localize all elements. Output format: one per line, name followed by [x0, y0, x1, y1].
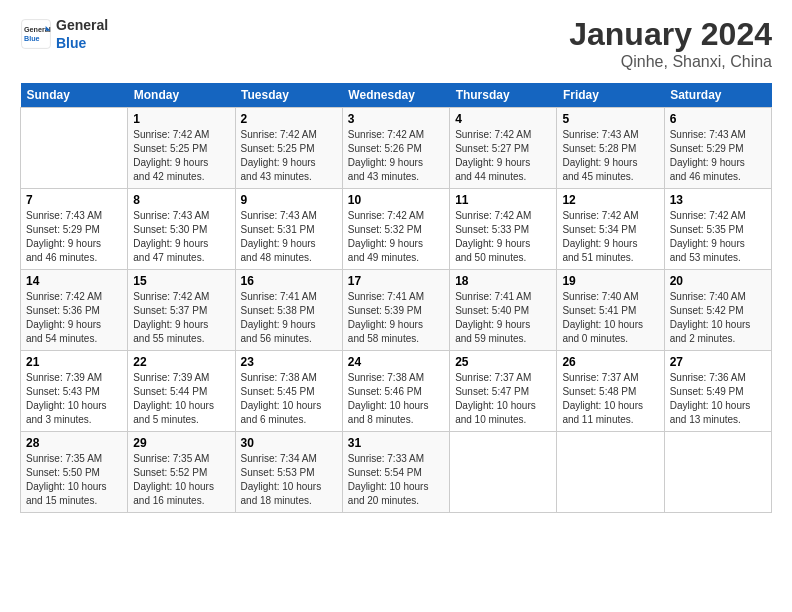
day-number: 9	[241, 193, 337, 207]
day-number: 19	[562, 274, 658, 288]
day-number: 31	[348, 436, 444, 450]
header-row: Sunday Monday Tuesday Wednesday Thursday…	[21, 83, 772, 108]
day-number: 14	[26, 274, 122, 288]
day-info: Sunrise: 7:37 AMSunset: 5:47 PMDaylight:…	[455, 371, 551, 427]
day-info: Sunrise: 7:42 AMSunset: 5:35 PMDaylight:…	[670, 209, 766, 265]
cell-w2-d2: 8Sunrise: 7:43 AMSunset: 5:30 PMDaylight…	[128, 189, 235, 270]
day-info: Sunrise: 7:40 AMSunset: 5:41 PMDaylight:…	[562, 290, 658, 346]
day-number: 30	[241, 436, 337, 450]
day-number: 11	[455, 193, 551, 207]
day-number: 15	[133, 274, 229, 288]
day-info: Sunrise: 7:42 AMSunset: 5:32 PMDaylight:…	[348, 209, 444, 265]
day-number: 25	[455, 355, 551, 369]
cell-w5-d2: 29Sunrise: 7:35 AMSunset: 5:52 PMDayligh…	[128, 432, 235, 513]
day-number: 16	[241, 274, 337, 288]
calendar-body: 1Sunrise: 7:42 AMSunset: 5:25 PMDaylight…	[21, 108, 772, 513]
week-row-1: 1Sunrise: 7:42 AMSunset: 5:25 PMDaylight…	[21, 108, 772, 189]
week-row-3: 14Sunrise: 7:42 AMSunset: 5:36 PMDayligh…	[21, 270, 772, 351]
day-info: Sunrise: 7:42 AMSunset: 5:37 PMDaylight:…	[133, 290, 229, 346]
cell-w3-d3: 16Sunrise: 7:41 AMSunset: 5:38 PMDayligh…	[235, 270, 342, 351]
day-number: 24	[348, 355, 444, 369]
day-number: 20	[670, 274, 766, 288]
day-number: 2	[241, 112, 337, 126]
subtitle: Qinhe, Shanxi, China	[569, 53, 772, 71]
main-title: January 2024	[569, 16, 772, 53]
calendar-header: Sunday Monday Tuesday Wednesday Thursday…	[21, 83, 772, 108]
day-number: 7	[26, 193, 122, 207]
day-info: Sunrise: 7:38 AMSunset: 5:45 PMDaylight:…	[241, 371, 337, 427]
logo-line1: General	[56, 16, 108, 34]
day-number: 12	[562, 193, 658, 207]
cell-w1-d3: 2Sunrise: 7:42 AMSunset: 5:25 PMDaylight…	[235, 108, 342, 189]
cell-w2-d1: 7Sunrise: 7:43 AMSunset: 5:29 PMDaylight…	[21, 189, 128, 270]
day-info: Sunrise: 7:41 AMSunset: 5:38 PMDaylight:…	[241, 290, 337, 346]
day-info: Sunrise: 7:42 AMSunset: 5:34 PMDaylight:…	[562, 209, 658, 265]
col-monday: Monday	[128, 83, 235, 108]
day-info: Sunrise: 7:41 AMSunset: 5:40 PMDaylight:…	[455, 290, 551, 346]
day-info: Sunrise: 7:36 AMSunset: 5:49 PMDaylight:…	[670, 371, 766, 427]
day-info: Sunrise: 7:42 AMSunset: 5:36 PMDaylight:…	[26, 290, 122, 346]
cell-w4-d3: 23Sunrise: 7:38 AMSunset: 5:45 PMDayligh…	[235, 351, 342, 432]
cell-w4-d4: 24Sunrise: 7:38 AMSunset: 5:46 PMDayligh…	[342, 351, 449, 432]
week-row-4: 21Sunrise: 7:39 AMSunset: 5:43 PMDayligh…	[21, 351, 772, 432]
day-number: 23	[241, 355, 337, 369]
cell-w2-d7: 13Sunrise: 7:42 AMSunset: 5:35 PMDayligh…	[664, 189, 771, 270]
cell-w1-d1	[21, 108, 128, 189]
cell-w5-d4: 31Sunrise: 7:33 AMSunset: 5:54 PMDayligh…	[342, 432, 449, 513]
day-number: 1	[133, 112, 229, 126]
cell-w5-d7	[664, 432, 771, 513]
day-info: Sunrise: 7:42 AMSunset: 5:27 PMDaylight:…	[455, 128, 551, 184]
svg-text:Blue: Blue	[24, 34, 40, 43]
col-saturday: Saturday	[664, 83, 771, 108]
day-number: 18	[455, 274, 551, 288]
day-info: Sunrise: 7:43 AMSunset: 5:28 PMDaylight:…	[562, 128, 658, 184]
day-info: Sunrise: 7:43 AMSunset: 5:30 PMDaylight:…	[133, 209, 229, 265]
day-info: Sunrise: 7:43 AMSunset: 5:31 PMDaylight:…	[241, 209, 337, 265]
cell-w2-d3: 9Sunrise: 7:43 AMSunset: 5:31 PMDaylight…	[235, 189, 342, 270]
day-number: 29	[133, 436, 229, 450]
cell-w4-d7: 27Sunrise: 7:36 AMSunset: 5:49 PMDayligh…	[664, 351, 771, 432]
day-number: 8	[133, 193, 229, 207]
cell-w3-d5: 18Sunrise: 7:41 AMSunset: 5:40 PMDayligh…	[450, 270, 557, 351]
day-number: 26	[562, 355, 658, 369]
col-thursday: Thursday	[450, 83, 557, 108]
day-info: Sunrise: 7:34 AMSunset: 5:53 PMDaylight:…	[241, 452, 337, 508]
cell-w3-d6: 19Sunrise: 7:40 AMSunset: 5:41 PMDayligh…	[557, 270, 664, 351]
cell-w2-d6: 12Sunrise: 7:42 AMSunset: 5:34 PMDayligh…	[557, 189, 664, 270]
day-number: 28	[26, 436, 122, 450]
col-sunday: Sunday	[21, 83, 128, 108]
cell-w5-d6	[557, 432, 664, 513]
page-container: General Blue General Blue January 2024 Q…	[0, 0, 792, 523]
day-info: Sunrise: 7:43 AMSunset: 5:29 PMDaylight:…	[670, 128, 766, 184]
logo: General Blue General Blue	[20, 16, 108, 52]
day-info: Sunrise: 7:43 AMSunset: 5:29 PMDaylight:…	[26, 209, 122, 265]
day-info: Sunrise: 7:42 AMSunset: 5:33 PMDaylight:…	[455, 209, 551, 265]
day-number: 13	[670, 193, 766, 207]
cell-w3-d7: 20Sunrise: 7:40 AMSunset: 5:42 PMDayligh…	[664, 270, 771, 351]
cell-w5-d5	[450, 432, 557, 513]
day-number: 10	[348, 193, 444, 207]
day-number: 27	[670, 355, 766, 369]
day-info: Sunrise: 7:41 AMSunset: 5:39 PMDaylight:…	[348, 290, 444, 346]
cell-w4-d1: 21Sunrise: 7:39 AMSunset: 5:43 PMDayligh…	[21, 351, 128, 432]
day-info: Sunrise: 7:39 AMSunset: 5:44 PMDaylight:…	[133, 371, 229, 427]
day-info: Sunrise: 7:33 AMSunset: 5:54 PMDaylight:…	[348, 452, 444, 508]
cell-w1-d5: 4Sunrise: 7:42 AMSunset: 5:27 PMDaylight…	[450, 108, 557, 189]
col-tuesday: Tuesday	[235, 83, 342, 108]
day-info: Sunrise: 7:42 AMSunset: 5:26 PMDaylight:…	[348, 128, 444, 184]
day-number: 21	[26, 355, 122, 369]
cell-w2-d5: 11Sunrise: 7:42 AMSunset: 5:33 PMDayligh…	[450, 189, 557, 270]
day-number: 4	[455, 112, 551, 126]
cell-w2-d4: 10Sunrise: 7:42 AMSunset: 5:32 PMDayligh…	[342, 189, 449, 270]
day-info: Sunrise: 7:42 AMSunset: 5:25 PMDaylight:…	[241, 128, 337, 184]
cell-w1-d6: 5Sunrise: 7:43 AMSunset: 5:28 PMDaylight…	[557, 108, 664, 189]
cell-w4-d6: 26Sunrise: 7:37 AMSunset: 5:48 PMDayligh…	[557, 351, 664, 432]
day-info: Sunrise: 7:40 AMSunset: 5:42 PMDaylight:…	[670, 290, 766, 346]
col-friday: Friday	[557, 83, 664, 108]
week-row-5: 28Sunrise: 7:35 AMSunset: 5:50 PMDayligh…	[21, 432, 772, 513]
cell-w5-d1: 28Sunrise: 7:35 AMSunset: 5:50 PMDayligh…	[21, 432, 128, 513]
day-number: 6	[670, 112, 766, 126]
day-info: Sunrise: 7:37 AMSunset: 5:48 PMDaylight:…	[562, 371, 658, 427]
cell-w1-d4: 3Sunrise: 7:42 AMSunset: 5:26 PMDaylight…	[342, 108, 449, 189]
logo-icon: General Blue	[20, 18, 52, 50]
